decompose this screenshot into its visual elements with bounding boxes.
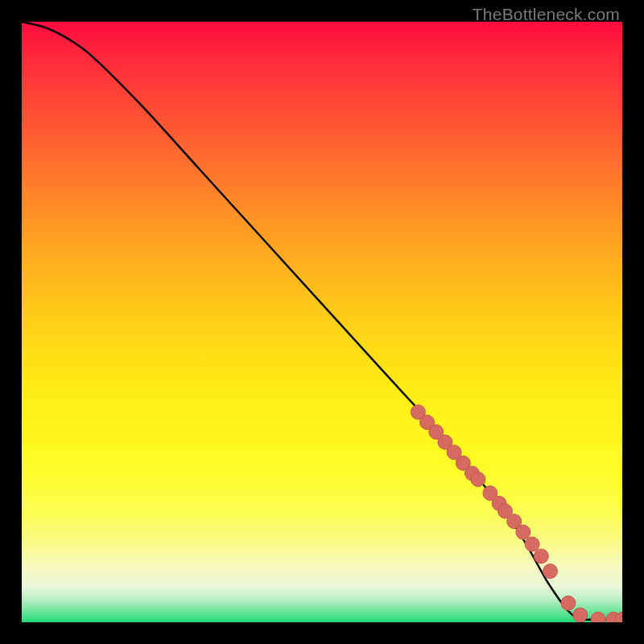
- data-marker: [471, 472, 485, 486]
- data-marker: [561, 596, 576, 610]
- bottleneck-curve: [22, 22, 622, 620]
- data-marker: [543, 564, 557, 579]
- marker-group: [411, 405, 622, 622]
- data-marker: [591, 612, 605, 622]
- chart-frame: TheBottleneck.com: [0, 0, 644, 644]
- data-marker: [573, 608, 588, 622]
- data-marker: [525, 537, 539, 551]
- plot-area: [22, 22, 622, 622]
- chart-svg: [22, 22, 622, 622]
- attribution-label: TheBottleneck.com: [473, 5, 620, 24]
- data-marker: [516, 525, 530, 539]
- data-marker: [534, 549, 548, 564]
